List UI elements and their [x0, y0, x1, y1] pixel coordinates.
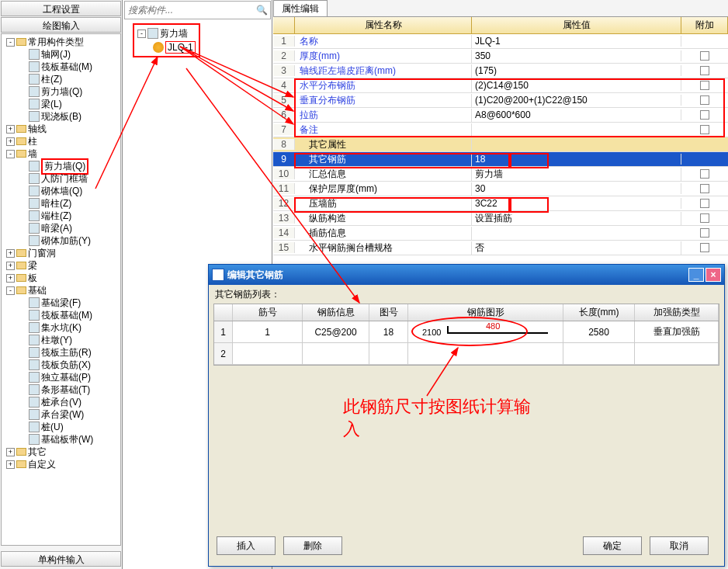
- tree-node[interactable]: 筏板基础(M): [2, 309, 120, 321]
- tree-node[interactable]: 基础板带(W): [2, 433, 120, 446]
- prop-add[interactable]: [681, 110, 728, 120]
- tree-node[interactable]: 桩(U): [2, 421, 120, 433]
- tree-node[interactable]: 暗梁(A): [2, 222, 120, 234]
- tree-node[interactable]: +其它: [2, 446, 120, 458]
- toggle-icon[interactable]: +: [6, 448, 15, 456]
- property-row[interactable]: 6拉筋A8@600*600: [273, 108, 728, 123]
- prop-value[interactable]: JLQ-1: [472, 36, 681, 47]
- prop-value[interactable]: (2)C14@150: [472, 80, 681, 91]
- tree-node[interactable]: 暗柱(Z): [2, 197, 120, 210]
- prop-add[interactable]: [681, 243, 728, 252]
- property-row[interactable]: 13纵筋构造设置插筋: [273, 211, 728, 226]
- property-row[interactable]: 5垂直分布钢筋(1)C20@200+(1)C22@150: [273, 93, 728, 108]
- property-row[interactable]: 15水平钢筋搁台槽规格否: [273, 241, 728, 255]
- property-row[interactable]: 2厚度(mm)350: [273, 49, 728, 64]
- checkbox[interactable]: [700, 95, 709, 105]
- prop-value[interactable]: (175): [472, 65, 681, 76]
- grid-row[interactable]: 2: [214, 343, 719, 365]
- tree-node[interactable]: 筏板基础(M): [2, 61, 120, 73]
- checkbox[interactable]: [700, 243, 709, 252]
- prop-value[interactable]: (1)C20@200+(1)C22@150: [472, 95, 681, 106]
- toggle-icon[interactable]: +: [6, 262, 15, 270]
- checkbox[interactable]: [700, 228, 709, 238]
- tree-node[interactable]: -常用构件类型: [2, 36, 120, 48]
- tree-node[interactable]: +自定义: [2, 458, 120, 470]
- checkbox[interactable]: [700, 169, 709, 179]
- prop-add[interactable]: [681, 66, 728, 75]
- tree-node[interactable]: 砌体加筋(Y): [2, 234, 120, 247]
- mid-node-jlq1[interactable]: JLQ-1: [137, 40, 196, 54]
- panel-bar-single[interactable]: 单构件输入: [1, 551, 121, 567]
- property-row[interactable]: 10汇总信息剪力墙: [273, 167, 728, 182]
- row-num[interactable]: 2: [214, 343, 233, 364]
- tree-node[interactable]: 柱(Z): [2, 73, 120, 85]
- tab-property[interactable]: 属性编辑: [273, 0, 328, 16]
- component-tree[interactable]: -常用构件类型轴网(J)筏板基础(M)柱(Z)剪力墙(Q)梁(L)现浇板(B)+…: [1, 33, 121, 546]
- cell-fig[interactable]: [369, 343, 408, 364]
- prop-value[interactable]: 30: [472, 183, 681, 194]
- cell-type[interactable]: [635, 343, 719, 364]
- mid-node-wall[interactable]: - 剪力墙: [137, 26, 196, 40]
- prop-add[interactable]: [681, 169, 728, 179]
- toggle-icon[interactable]: +: [6, 125, 15, 134]
- tree-node[interactable]: +板: [2, 272, 120, 284]
- checkbox[interactable]: [700, 66, 709, 75]
- tree-node[interactable]: -基础: [2, 284, 120, 297]
- tree-node[interactable]: 独立基础(P): [2, 371, 120, 383]
- property-row[interactable]: 12压墙筋3C22: [273, 196, 728, 211]
- tree-node[interactable]: +门窗洞: [2, 247, 120, 259]
- property-row[interactable]: 7备注: [273, 123, 728, 137]
- prop-add[interactable]: [681, 199, 728, 208]
- tree-node[interactable]: 剪力墙(Q): [2, 85, 120, 98]
- delete-button[interactable]: 删除: [283, 536, 342, 555]
- prop-add[interactable]: [681, 125, 728, 134]
- checkbox[interactable]: [700, 199, 709, 208]
- dialog-title-bar[interactable]: 编辑其它钢筋 _ ×: [209, 265, 724, 285]
- tree-node[interactable]: +梁: [2, 259, 120, 272]
- cell-fig[interactable]: 18: [369, 321, 408, 342]
- prop-add[interactable]: [681, 95, 728, 105]
- toggle-icon[interactable]: +: [6, 460, 15, 469]
- checkbox[interactable]: [700, 125, 709, 134]
- tree-node[interactable]: 人防门框墙: [2, 172, 120, 185]
- property-row[interactable]: 11保护层厚度(mm)30: [273, 182, 728, 196]
- cell-info[interactable]: [303, 343, 369, 364]
- row-num[interactable]: 1: [214, 321, 233, 342]
- prop-add[interactable]: [681, 228, 728, 238]
- property-row[interactable]: 9其它钢筋18: [273, 152, 728, 167]
- tree-node[interactable]: 筏板主筋(R): [2, 346, 120, 359]
- toggle-icon[interactable]: +: [6, 274, 15, 283]
- tree-node[interactable]: 砌体墙(Q): [2, 185, 120, 197]
- property-row[interactable]: 4水平分布钢筋(2)C14@150: [273, 78, 728, 93]
- tree-node[interactable]: 梁(L): [2, 98, 120, 110]
- cell-len[interactable]: 2580: [563, 321, 635, 342]
- panel-bar-project[interactable]: 工程设置: [1, 1, 121, 16]
- cell-no[interactable]: 1: [233, 321, 303, 342]
- tree-node[interactable]: 柱墩(Y): [2, 334, 120, 346]
- prop-add[interactable]: [681, 184, 728, 193]
- prop-value[interactable]: 剪力墙: [472, 168, 681, 181]
- close-button[interactable]: ×: [705, 268, 721, 282]
- tree-node[interactable]: 基础梁(F): [2, 297, 120, 309]
- tree-node[interactable]: 集水坑(K): [2, 321, 120, 334]
- cell-shape[interactable]: [408, 343, 563, 364]
- checkbox[interactable]: [700, 110, 709, 120]
- tree-node[interactable]: 承台梁(W): [2, 408, 120, 421]
- prop-value[interactable]: 设置插筋: [472, 212, 681, 225]
- prop-value[interactable]: A8@600*600: [472, 109, 681, 120]
- tree-node[interactable]: 剪力墙(Q): [2, 160, 120, 172]
- prop-add[interactable]: [681, 51, 728, 61]
- toggle-icon[interactable]: -: [6, 150, 15, 158]
- checkbox[interactable]: [700, 81, 709, 90]
- tree-node[interactable]: +柱: [2, 135, 120, 147]
- property-row[interactable]: 3轴线距左墙皮距离(mm)(175): [273, 64, 728, 78]
- tree-node[interactable]: 轴网(J): [2, 48, 120, 61]
- tree-node[interactable]: 筏板负筋(X): [2, 359, 120, 371]
- minimize-button[interactable]: _: [688, 268, 704, 282]
- toggle-icon[interactable]: -: [6, 286, 15, 295]
- prop-value[interactable]: 否: [472, 241, 681, 255]
- property-row[interactable]: 14插筋信息: [273, 226, 728, 241]
- toggle-icon[interactable]: -: [6, 38, 15, 47]
- tree-node[interactable]: 现浇板(B): [2, 110, 120, 123]
- prop-value[interactable]: 18: [472, 154, 681, 165]
